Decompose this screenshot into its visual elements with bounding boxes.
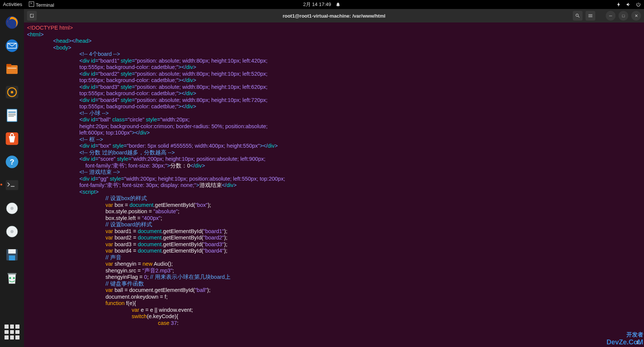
svg-rect-17 — [6, 180, 18, 190]
minimize-button[interactable]: ─ — [606, 11, 616, 21]
terminal-icon — [29, 1, 34, 7]
thunderbird-app-icon[interactable] — [3, 37, 21, 55]
svg-rect-25 — [8, 249, 16, 254]
vim-editor[interactable]: <!DOCTYPE html> <html> <head></head> <bo… — [24, 22, 644, 347]
terminal-app-indicator[interactable]: Terminal — [29, 1, 54, 8]
clock[interactable]: 2月 14 17:49 — [303, 1, 331, 8]
watermark: 开发者 DevZe.CoM — [607, 331, 643, 346]
terminal-app-icon[interactable] — [3, 176, 21, 194]
trash-app-icon[interactable] — [3, 269, 21, 287]
new-tab-button[interactable] — [27, 11, 37, 21]
gnome-topbar: Activities Terminal 2月 14 17:49 — [0, 0, 644, 9]
window-title: root1@root1-virtual-machine: /var/www/ht… — [283, 13, 385, 19]
show-applications-button[interactable] — [4, 325, 19, 340]
svg-text:?: ? — [10, 158, 14, 166]
maximize-button[interactable]: □ — [619, 11, 628, 21]
notification-bell-icon[interactable] — [335, 2, 341, 7]
firefox-app-icon[interactable] — [3, 13, 21, 31]
libreoffice-writer-icon[interactable] — [3, 106, 21, 124]
terminal-titlebar: root1@root1-virtual-machine: /var/www/ht… — [24, 9, 644, 22]
disk-app-icon-2[interactable] — [3, 223, 21, 241]
svg-point-23 — [10, 230, 13, 233]
activities-button[interactable]: Activities — [3, 1, 22, 8]
svg-rect-26 — [9, 256, 15, 260]
svg-point-20 — [10, 207, 13, 210]
files-app-icon[interactable] — [3, 60, 21, 78]
svg-point-28 — [9, 277, 11, 279]
svg-point-7 — [11, 91, 13, 94]
svg-rect-13 — [8, 116, 14, 117]
rhythmbox-app-icon[interactable] — [3, 83, 21, 101]
svg-rect-10 — [8, 112, 16, 113]
menu-button[interactable] — [586, 11, 595, 21]
network-icon[interactable] — [616, 2, 622, 7]
save-app-icon[interactable] — [3, 246, 21, 264]
help-app-icon[interactable]: ? — [3, 153, 21, 171]
svg-rect-11 — [8, 114, 16, 114]
power-icon[interactable] — [636, 2, 641, 7]
disk-app-icon-1[interactable] — [3, 199, 21, 217]
svg-point-29 — [13, 277, 15, 279]
search-button[interactable] — [573, 11, 583, 21]
close-button[interactable]: ✕ — [631, 11, 641, 21]
svg-rect-4 — [7, 68, 16, 69]
svg-rect-12 — [8, 115, 16, 115]
svg-rect-3 — [6, 64, 11, 67]
svg-rect-27 — [7, 273, 16, 274]
ubuntu-software-icon[interactable] — [3, 130, 21, 148]
volume-icon[interactable] — [626, 2, 631, 7]
svg-rect-2 — [6, 65, 18, 74]
dock: ? — [0, 9, 24, 347]
